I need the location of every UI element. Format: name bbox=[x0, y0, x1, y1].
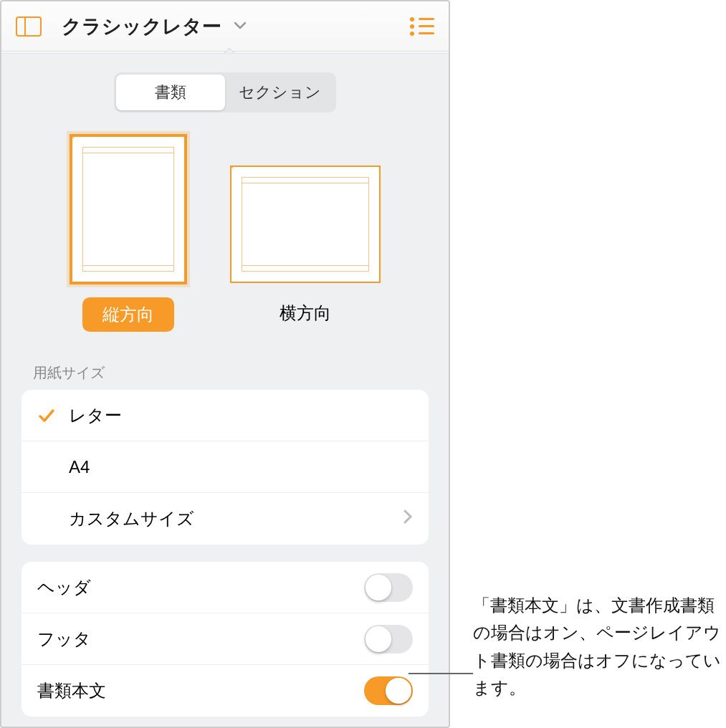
paper-size-custom[interactable]: カスタムサイズ bbox=[22, 493, 429, 545]
segmented-control: 書類 セクション bbox=[114, 72, 336, 112]
toggle-label: ヘッダ bbox=[37, 576, 364, 599]
list-view-icon[interactable] bbox=[410, 17, 434, 36]
body-toggle-row: 書類本文 bbox=[22, 665, 429, 717]
paper-size-label: カスタムサイズ bbox=[69, 507, 403, 530]
check-icon bbox=[37, 406, 69, 425]
paper-size-a4[interactable]: A4 bbox=[22, 441, 429, 493]
landscape-label: 横方向 bbox=[259, 296, 351, 330]
chevron-down-icon[interactable] bbox=[234, 20, 247, 33]
paper-size-header: 用紙サイズ bbox=[33, 363, 429, 383]
header-bar: クラシックレター bbox=[1, 1, 449, 52]
header-toggle[interactable] bbox=[364, 573, 413, 602]
toggle-label: フッタ bbox=[37, 628, 364, 651]
callout-line bbox=[409, 673, 473, 674]
content-area: 書類 セクション 縦方向 横方向 用紙サイズ bbox=[1, 53, 449, 727]
paper-size-letter[interactable]: レター bbox=[22, 390, 429, 441]
toggle-list: ヘッダ フッタ 書類本文 bbox=[22, 562, 429, 717]
orientation-landscape[interactable]: 横方向 bbox=[230, 134, 381, 332]
sidebar-toggle-icon[interactable] bbox=[16, 16, 42, 37]
footer-toggle[interactable] bbox=[364, 625, 413, 653]
document-title[interactable]: クラシックレター bbox=[62, 14, 225, 39]
header-toggle-row: ヘッダ bbox=[22, 562, 429, 613]
orientation-selector: 縦方向 横方向 bbox=[22, 134, 429, 346]
toggle-label: 書類本文 bbox=[37, 679, 364, 702]
portrait-preview-icon bbox=[70, 134, 187, 284]
tab-section[interactable]: セクション bbox=[225, 75, 334, 110]
tab-document[interactable]: 書類 bbox=[116, 75, 225, 110]
chevron-right-icon bbox=[403, 509, 413, 529]
orientation-portrait[interactable]: 縦方向 bbox=[70, 134, 187, 332]
footer-toggle-row: フッタ bbox=[22, 613, 429, 665]
paper-size-label: A4 bbox=[69, 457, 413, 477]
document-settings-panel: クラシックレター 書類 セクション 縦方向 横方向 bbox=[0, 0, 450, 728]
body-toggle[interactable] bbox=[364, 676, 413, 705]
annotation-text: 「書類本文」は、文書作成書類の場合はオン、ページレイアウト書類の場合はオフになっ… bbox=[473, 592, 726, 702]
landscape-preview-icon bbox=[230, 166, 381, 283]
portrait-label: 縦方向 bbox=[82, 297, 174, 332]
paper-size-label: レター bbox=[69, 404, 413, 427]
paper-size-list: レター A4 カスタムサイズ bbox=[22, 390, 429, 545]
